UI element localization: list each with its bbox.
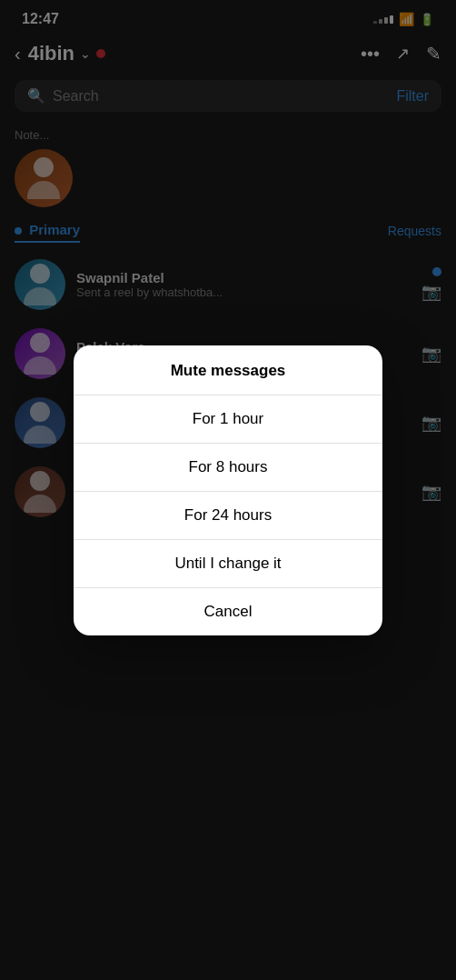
cancel-button[interactable]: Cancel: [74, 588, 382, 635]
mute-1-hour-option[interactable]: For 1 hour: [74, 395, 382, 444]
mute-messages-modal: Mute messages For 1 hour For 8 hours For…: [74, 345, 382, 635]
mute-until-change-option[interactable]: Until I change it: [74, 540, 382, 588]
mute-8-hours-option[interactable]: For 8 hours: [74, 444, 382, 492]
modal-title: Mute messages: [74, 345, 382, 395]
mute-24-hours-option[interactable]: For 24 hours: [74, 492, 382, 540]
modal-overlay: Mute messages For 1 hour For 8 hours For…: [0, 0, 456, 980]
